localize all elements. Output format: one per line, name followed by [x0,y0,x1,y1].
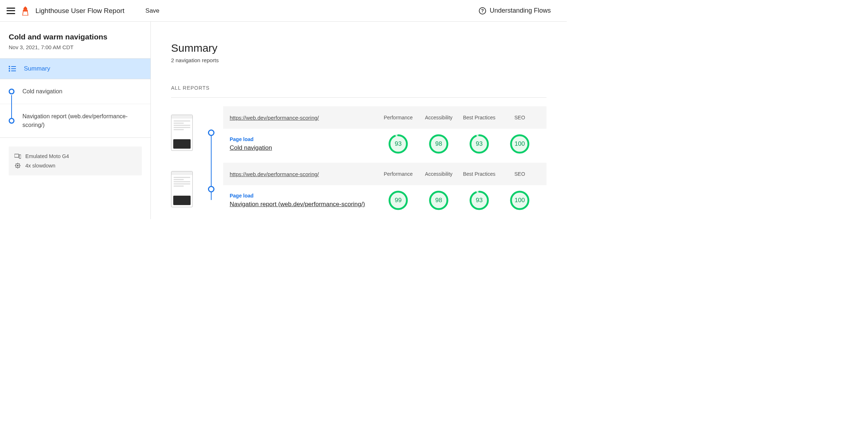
column-header: Performance [378,171,418,177]
svg-rect-7 [14,154,19,157]
lighthouse-logo-icon [22,6,29,16]
score-gauge[interactable]: 93 [388,134,408,154]
screenshot-thumbnail[interactable] [171,171,193,207]
sidebar-nav: Cold navigation Navigation report (web.d… [0,79,150,137]
sidebar-summary-label: Summary [24,65,50,72]
flow-title: Cold and warm navigations [9,33,142,41]
svg-rect-6 [11,71,16,71]
timeline-dot-icon [9,89,14,94]
column-header: Best Practices [459,171,499,177]
report-header-row: https://web.dev/performance-scoring/ Per… [223,106,546,129]
score-value: 93 [469,134,489,154]
sidebar-nav-item[interactable]: Cold navigation [0,79,150,104]
screenshot-thumbnail[interactable] [171,115,193,151]
timeline [206,129,217,136]
sidebar-nav-item[interactable]: Navigation report (web.dev/performance-s… [0,104,150,137]
column-header: SEO [499,171,540,177]
svg-point-1 [9,66,10,67]
report-url[interactable]: https://web.dev/performance-scoring/ [230,115,378,121]
report-data-row: Page load Cold navigation 93 98 93 [223,129,546,159]
score-gauge[interactable]: 98 [429,134,449,154]
report-name-link[interactable]: Cold navigation [230,144,272,151]
main-content: Summary 2 navigation reports ALL REPORTS… [151,22,567,219]
report-block: https://web.dev/performance-scoring/ Per… [171,163,546,216]
score-value: 93 [469,190,489,210]
column-header: Accessibility [418,115,459,120]
report-url[interactable]: https://web.dev/performance-scoring/ [230,171,378,177]
score-value: 93 [388,134,408,154]
report-block: https://web.dev/performance-scoring/ Per… [171,106,546,159]
svg-rect-2 [11,66,16,67]
svg-rect-4 [11,68,16,69]
score-value: 98 [429,134,449,154]
page-subtitle: 2 navigation reports [171,57,546,63]
report-type-label: Page load [230,136,378,142]
menu-icon[interactable] [7,8,15,14]
device-label: Emulated Moto G4 [25,153,69,159]
sidebar-nav-label: Navigation report (web.dev/performance-s… [22,112,142,129]
list-icon [9,66,16,72]
score-value: 98 [429,190,449,210]
timeline-dot-icon [208,129,214,136]
score-gauge[interactable]: 100 [510,134,530,154]
report-type-label: Page load [230,193,378,199]
column-header: SEO [499,115,540,120]
help-label: Understanding Flows [490,7,551,14]
timeline-dot-icon [208,186,214,192]
column-header: Best Practices [459,115,499,120]
svg-point-5 [9,70,10,72]
report-name-link[interactable]: Navigation report (web.dev/performance-s… [230,201,365,208]
score-value: 100 [510,190,530,210]
flow-date: Nov 3, 2021, 7:00 AM CDT [9,44,142,50]
column-header: Performance [378,115,418,120]
environment-box: Emulated Moto G4 4x slowdown [9,146,142,175]
page-title: Summary [171,42,546,54]
app-title: Lighthouse User Flow Report [35,7,124,15]
score-gauge[interactable]: 100 [510,190,530,210]
timeline [206,186,217,192]
cpu-icon [14,163,21,169]
svg-rect-8 [19,155,21,158]
report-data-row: Page load Navigation report (web.dev/per… [223,185,546,216]
score-gauge[interactable]: 98 [429,190,449,210]
device-icon [14,154,21,159]
save-button[interactable]: Save [145,7,159,14]
throttle-label: 4x slowdown [25,163,55,169]
help-link[interactable]: ? Understanding Flows [479,7,551,14]
sidebar-nav-label: Cold navigation [22,87,62,96]
score-value: 99 [388,190,408,210]
all-reports-heading: ALL REPORTS [171,85,546,91]
svg-rect-10 [17,165,18,166]
score-gauge[interactable]: 93 [469,134,489,154]
sidebar-summary[interactable]: Summary [0,59,150,79]
topbar: Lighthouse User Flow Report Save ? Under… [0,0,567,22]
score-gauge[interactable]: 93 [469,190,489,210]
timeline-dot-icon [9,118,14,124]
sidebar: Cold and warm navigations Nov 3, 2021, 7… [0,22,151,219]
score-value: 100 [510,134,530,154]
report-header-row: https://web.dev/performance-scoring/ Per… [223,163,546,185]
column-header: Accessibility [418,171,459,177]
score-gauge[interactable]: 99 [388,190,408,210]
svg-point-3 [9,68,10,69]
help-icon: ? [479,7,486,14]
